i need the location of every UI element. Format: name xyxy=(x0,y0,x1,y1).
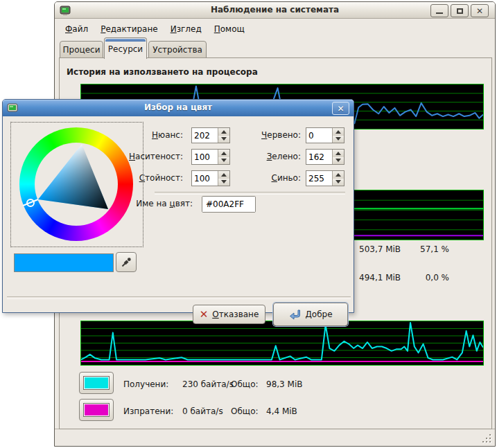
red-input[interactable] xyxy=(306,128,332,143)
cpu-section-title: История на използването на процесора xyxy=(67,67,258,77)
ok-button[interactable]: Добре xyxy=(273,303,348,326)
blue-spinbox xyxy=(306,170,345,186)
minimize-button[interactable] xyxy=(430,4,448,17)
minimize-icon xyxy=(436,12,443,14)
sent-color-swatch xyxy=(83,403,110,417)
network-history-chart xyxy=(80,321,484,366)
ok-icon xyxy=(288,309,301,320)
close-icon: ✕ xyxy=(476,7,483,15)
color-preview xyxy=(14,253,114,272)
menubar: Файл Редактиране Изглед Помощ xyxy=(59,21,251,37)
dialog-title: Избор на цвят xyxy=(3,102,354,112)
received-total-value: 98,3 MiB xyxy=(266,379,302,389)
menu-file[interactable]: Файл xyxy=(59,22,94,36)
main-titlebar[interactable]: Наблюдение на системата ✕ xyxy=(55,2,495,19)
received-color-button[interactable] xyxy=(79,372,114,394)
menu-view[interactable]: Изглед xyxy=(164,22,208,36)
fields-separator xyxy=(155,192,345,195)
green-up-button[interactable] xyxy=(333,150,344,157)
green-input[interactable] xyxy=(306,150,332,164)
eyedropper-button[interactable] xyxy=(116,252,137,272)
close-button[interactable]: ✕ xyxy=(471,4,489,17)
maximize-button[interactable] xyxy=(451,4,469,17)
sent-label: Изпратени: xyxy=(123,406,173,416)
received-label: Получени: xyxy=(123,379,168,389)
dialog-titlebar[interactable]: Избор на цвят ✕ xyxy=(3,100,354,116)
cancel-button[interactable]: ✕ Отказване xyxy=(193,305,265,324)
resize-grip[interactable] xyxy=(482,434,491,442)
sent-color-button[interactable] xyxy=(79,399,114,421)
dialog-close-icon: ✕ xyxy=(337,105,344,113)
received-total-label: Общо: xyxy=(231,379,259,389)
window-title: Наблюдение на системата xyxy=(55,5,495,15)
tab-devices[interactable]: Устройства xyxy=(148,41,207,59)
blue-down-button[interactable] xyxy=(333,179,344,186)
sent-total-value: 4,4 MiB xyxy=(266,406,297,416)
cancel-icon: ✕ xyxy=(200,310,209,320)
blue-label: Синьо: xyxy=(232,173,301,183)
received-rate: 230 байта/s xyxy=(182,379,234,389)
color-name-input[interactable] xyxy=(202,197,255,212)
statusbar xyxy=(55,429,495,446)
tab-resources[interactable]: Ресурси xyxy=(104,37,147,59)
dialog-body: Нюанс: Наситеност: Стойност: xyxy=(3,116,354,312)
blue-input[interactable] xyxy=(306,171,332,186)
sent-rate: 0 байта/s xyxy=(182,406,223,416)
red-down-button[interactable] xyxy=(333,136,344,143)
menu-help[interactable]: Помощ xyxy=(208,22,251,36)
desktop: Наблюдение на системата ✕ Файл Редактира… xyxy=(0,0,497,448)
sent-total-label: Общо: xyxy=(231,406,259,416)
red-spinbox xyxy=(306,127,345,143)
green-label: Зелено: xyxy=(232,152,301,161)
swap-used-percent: 0,0 % xyxy=(415,273,449,283)
blue-up-button[interactable] xyxy=(333,171,344,179)
dialog-close-button[interactable]: ✕ xyxy=(332,102,349,115)
red-up-button[interactable] xyxy=(333,128,344,136)
green-down-button[interactable] xyxy=(333,157,344,165)
red-label: Червено: xyxy=(232,130,301,140)
color-name-label: Име на цвят: xyxy=(121,199,193,208)
tab-processes[interactable]: Процеси xyxy=(60,41,103,59)
green-spinbox xyxy=(306,149,345,165)
color-name-entry-box xyxy=(202,196,256,213)
action-separator xyxy=(7,296,351,299)
received-color-swatch xyxy=(83,376,110,390)
eyedropper-icon xyxy=(121,257,132,268)
color-picker-dialog: Избор на цвят ✕ xyxy=(2,99,354,313)
swap-used-value: 494,1 MiB xyxy=(359,273,401,283)
memory-used-value: 503,7 MiB xyxy=(359,244,401,254)
maximize-icon xyxy=(457,8,463,14)
memory-used-percent: 57,1 % xyxy=(415,244,449,254)
menu-edit[interactable]: Редактиране xyxy=(94,22,164,36)
